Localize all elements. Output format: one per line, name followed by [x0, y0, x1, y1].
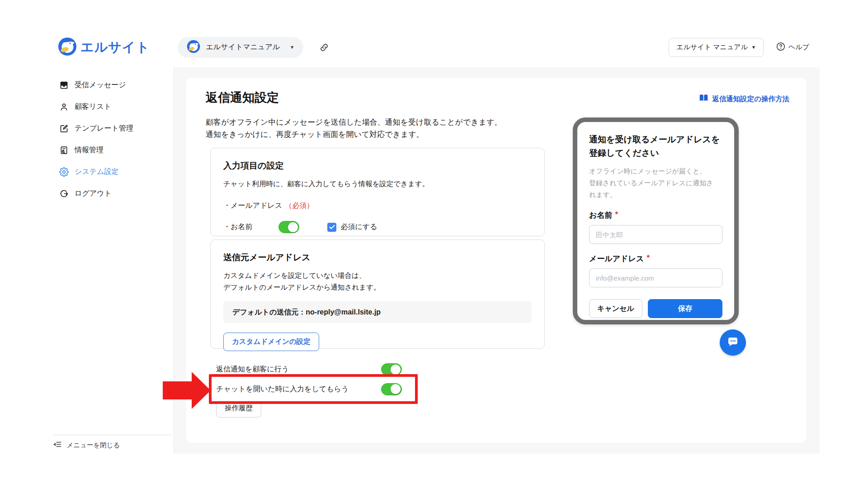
- required-checkbox-label: 必須にする: [340, 222, 377, 232]
- sidebar-item-logout[interactable]: ログアウト: [0, 183, 174, 204]
- brand-bird-icon: [58, 37, 77, 58]
- email-label-text: メールアドレス: [589, 253, 644, 264]
- sidebar-divider: [54, 435, 172, 435]
- preview-description-line: れます。: [589, 189, 722, 201]
- workspace-name: エルサイトマニュアル: [206, 42, 280, 52]
- sender-address-card: 送信元メールアドレス カスタムドメインを設定していない場合は、 デフォルトのメー…: [210, 239, 545, 349]
- app-window: エルサイト エルサイトマニュアル ▼ エルサイト マニュアル: [0, 0, 868, 488]
- collapse-menu-button[interactable]: メニューを閉じる: [0, 440, 174, 450]
- name-label-text: お名前: [589, 210, 612, 221]
- email-input[interactable]: [589, 268, 722, 287]
- top-header: エルサイト エルサイトマニュアル ▼ エルサイト マニュアル: [0, 0, 868, 67]
- custom-domain-button[interactable]: カスタムドメインの設定: [223, 333, 319, 351]
- sender-card-title: 送信元メールアドレス: [223, 252, 532, 263]
- preview-description-line: オフライン時にメッセージが届くと、: [589, 165, 722, 177]
- name-input-label: お名前 *: [589, 210, 722, 221]
- email-field-label: ・メールアドレス: [223, 201, 282, 211]
- sender-description-line: カスタムドメインを設定していない場合は、: [223, 270, 532, 282]
- input-items-description: チャット利用時に、顧客に入力してもらう情報を設定できます。: [223, 178, 532, 190]
- info-management-icon: [59, 145, 69, 155]
- help-button[interactable]: ヘルプ: [776, 42, 809, 52]
- email-input-label: メールアドレス *: [589, 253, 722, 264]
- chat-open-input-toggle[interactable]: [381, 383, 402, 395]
- sidebar-item-system-settings[interactable]: システム設定: [0, 161, 174, 183]
- sidebar-item-information[interactable]: 情報管理: [0, 139, 174, 161]
- doc-guide-link[interactable]: 返信通知設定の操作方法: [699, 94, 789, 104]
- chat-open-input-label: チャットを開いた時に入力をしてもらう: [216, 385, 349, 394]
- sidebar-item-label: 顧客リスト: [75, 102, 111, 112]
- input-items-title: 入力項目の設定: [223, 160, 532, 172]
- email-required-note: （必須）: [285, 201, 314, 211]
- sidebar: 受信メッセージ 顧客リスト: [0, 67, 174, 454]
- required-asterisk: *: [646, 253, 650, 264]
- notification-preview-modal: 通知を受け取るメールアドレスを 登録してください オフライン時にメッセージが届く…: [573, 117, 739, 324]
- reply-notify-toggle[interactable]: [381, 363, 402, 375]
- page-description-line: 顧客がオフライン中にメッセージを送信した場合、通知を受け取ることができます。: [206, 116, 502, 128]
- customer-icon: [59, 102, 69, 112]
- preview-description: オフライン時にメッセージが届くと、 登録されているメールアドレスに通知さ れます…: [589, 165, 722, 201]
- chat-launcher-button[interactable]: [720, 329, 746, 356]
- preview-title-line: 通知を受け取るメールアドレスを: [589, 133, 722, 146]
- preview-description-line: 登録されているメールアドレスに通知さ: [589, 177, 722, 189]
- name-toggle[interactable]: [278, 221, 299, 233]
- account-menu-label: エルサイト マニュアル: [676, 43, 748, 52]
- collapse-menu-label: メニューを閉じる: [66, 441, 120, 450]
- sidebar-item-inbox[interactable]: 受信メッセージ: [0, 74, 174, 96]
- chat-bubble-icon: [726, 335, 740, 350]
- brand-logo: エルサイト: [58, 37, 150, 58]
- save-button[interactable]: 保存: [648, 299, 722, 318]
- chevron-down-icon: ▼: [751, 45, 756, 50]
- required-asterisk: *: [615, 210, 618, 221]
- collapse-menu-icon: [53, 440, 62, 450]
- brand-name: エルサイト: [80, 38, 150, 56]
- workspace-selector[interactable]: エルサイトマニュアル ▼: [178, 37, 303, 58]
- email-field-row: ・メールアドレス （必須）: [223, 201, 532, 211]
- arrow-head: [192, 372, 211, 409]
- help-label: ヘルプ: [788, 43, 809, 52]
- page-title: 返信通知設定: [206, 89, 279, 106]
- required-checkbox-group[interactable]: 必須にする: [327, 222, 377, 232]
- template-icon: [59, 124, 69, 133]
- toggle-knob: [391, 384, 401, 394]
- sidebar-item-label: 情報管理: [75, 145, 104, 155]
- content-panel: 返信通知設定 返信通知設定の操作方法 顧客がオフライン中にメッセージを送信した場…: [186, 78, 806, 443]
- toggle-knob: [288, 222, 298, 232]
- cancel-button[interactable]: キャンセル: [589, 299, 642, 318]
- checkbox-checked-icon: [327, 223, 336, 232]
- sidebar-nav: 受信メッセージ 顧客リスト: [0, 67, 174, 204]
- doc-guide-label: 返信通知設定の操作方法: [712, 94, 789, 104]
- sidebar-item-templates[interactable]: テンプレート管理: [0, 117, 174, 139]
- chevron-down-icon: ▼: [290, 45, 294, 50]
- book-icon: [699, 94, 708, 104]
- sidebar-item-label: テンプレート管理: [75, 124, 133, 133]
- page-description: 顧客がオフライン中にメッセージを送信した場合、通知を受け取ることができます。 通…: [206, 116, 502, 141]
- name-field-row: ・お名前 必須にする: [223, 221, 532, 233]
- page-description-line: 通知をきっかけに、再度チャット画面を開いて対応できます。: [206, 128, 502, 141]
- input-items-card: 入力項目の設定 チャット利用時に、顧客に入力してもらう情報を設定できます。 ・メ…: [210, 148, 545, 236]
- arrow-shaft: [163, 381, 192, 399]
- workspace-avatar-icon: [187, 40, 200, 55]
- sidebar-item-label: 受信メッセージ: [75, 80, 126, 90]
- inbox-icon: [59, 80, 69, 90]
- highlighted-setting-row: チャットを開いた時に入力をしてもらう: [209, 374, 418, 404]
- sidebar-item-label: システム設定: [75, 167, 119, 177]
- copy-link-icon[interactable]: [319, 42, 330, 53]
- sidebar-item-customers[interactable]: 顧客リスト: [0, 96, 174, 117]
- preview-actions: キャンセル 保存: [589, 299, 722, 318]
- preview-title-line: 登録してください: [589, 146, 722, 160]
- reply-notify-row: 返信通知を顧客に行う: [216, 363, 402, 375]
- reply-notify-label: 返信通知を顧客に行う: [216, 365, 289, 374]
- name-input[interactable]: [589, 225, 722, 244]
- preview-title: 通知を受け取るメールアドレスを 登録してください: [589, 133, 722, 160]
- account-menu-button[interactable]: エルサイト マニュアル ▼: [669, 38, 764, 57]
- name-field-label: ・お名前: [223, 222, 252, 232]
- logout-icon: [59, 189, 69, 198]
- gear-icon: [59, 167, 69, 177]
- main-area: 返信通知設定 返信通知設定の操作方法 顧客がオフライン中にメッセージを送信した場…: [174, 67, 820, 454]
- toggle-knob: [391, 365, 401, 375]
- sidebar-item-label: ログアウト: [75, 189, 112, 198]
- app-body: 受信メッセージ 顧客リスト: [0, 67, 868, 454]
- sender-card-description: カスタムドメインを設定していない場合は、 デフォルトのメールアドレスから通知され…: [223, 270, 532, 293]
- default-sender-value: デフォルトの送信元：no-reply@mail.lsite.jp: [223, 301, 532, 323]
- right-gutter: [820, 67, 868, 454]
